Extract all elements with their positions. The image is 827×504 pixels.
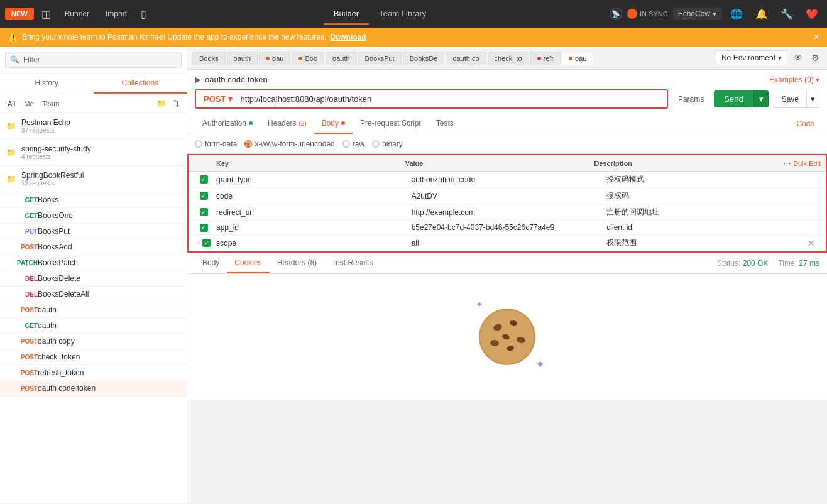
req-tab-boo[interactable]: Boo (292, 52, 324, 65)
list-item-booksone-get[interactable]: GET BooksOne (0, 208, 187, 224)
filter-all[interactable]: All (5, 99, 18, 109)
tab-authorization[interactable]: Authorization (195, 114, 260, 134)
list-item-booksdelete-del[interactable]: DEL BooksDelete (0, 271, 187, 287)
layout-icon-btn[interactable]: ◫ (38, 6, 55, 23)
req-tab-oauth[interactable]: oauth (227, 52, 258, 65)
env-dropdown[interactable]: No Environment ▾ (716, 50, 787, 65)
save-btn-group: Save ▾ (774, 90, 819, 108)
tab-headers[interactable]: Headers (2) (260, 114, 314, 134)
new-window-btn[interactable]: ▯ (137, 6, 150, 23)
collapse-icon[interactable]: ▶ (195, 75, 201, 84)
eye-icon-btn[interactable]: 👁 (791, 52, 805, 64)
bell-icon-btn[interactable]: 🔔 (752, 6, 772, 23)
filter-team[interactable]: Team (40, 99, 62, 109)
req-tab-oau-1[interactable]: oau (259, 52, 290, 65)
collection-name: SpringBookRestful (21, 171, 180, 180)
collection-spring-security[interactable]: 📁 spring-security-study 4 requests (0, 140, 187, 166)
examples-link[interactable]: Examples (0) ▾ (769, 75, 819, 84)
list-item-oauth-copy-post[interactable]: POST oauth copy (0, 334, 187, 349)
tab-body[interactable]: Body (314, 114, 353, 134)
list-item-booksdeleteall-del[interactable]: DEL BooksDeleteAll (0, 287, 187, 302)
collection-springbook[interactable]: 📁 SpringBookRestful 13 requests (0, 166, 187, 192)
list-item-refresh-token-post[interactable]: POST refresh_token (0, 365, 187, 381)
send-dropdown-button[interactable]: ▾ (753, 90, 769, 107)
req-tab-oauth-co[interactable]: oauth co (446, 52, 486, 65)
sort-btn[interactable]: ⇅ (171, 97, 182, 110)
new-folder-btn[interactable]: 📁 (155, 97, 168, 110)
filter-input[interactable] (5, 52, 182, 68)
heart-icon-btn[interactable]: ❤️ (802, 6, 822, 23)
tab-history[interactable]: History (0, 74, 94, 94)
new-button[interactable]: NEW (5, 8, 34, 20)
resp-tab-headers[interactable]: Headers (8) (270, 253, 324, 273)
cell-checkbox[interactable]: ✓ (194, 208, 214, 216)
url-bar-row: POST ▾ Params Send ▾ Save ▾ (195, 89, 819, 109)
list-item-oauth-code-token-post[interactable]: POST oauth code token (0, 381, 187, 397)
banner-close-button[interactable]: × (814, 31, 819, 43)
cookie-svg (476, 305, 539, 368)
req-tab-booksde[interactable]: BooksDe (403, 52, 445, 65)
resp-tab-cookies[interactable]: Cookies (227, 253, 269, 273)
more-icon[interactable]: ⋯ (783, 158, 791, 168)
cell-checkbox[interactable]: ✓ (194, 175, 214, 184)
wrench-icon-btn[interactable]: 🔧 (777, 6, 797, 23)
filter-me[interactable]: Me (21, 99, 36, 109)
method-badge: DEL (13, 275, 38, 282)
svg-point-8 (491, 321, 495, 325)
req-tab-oauth-2[interactable]: oauth (326, 52, 357, 65)
tab-team-library[interactable]: Team Library (369, 4, 436, 25)
resp-tab-test-results[interactable]: Test Results (324, 253, 380, 273)
save-dropdown-button[interactable]: ▾ (807, 90, 819, 108)
collection-postman-echo[interactable]: 📁 Postman Echo 37 requests (0, 113, 187, 140)
tab-label: Headers (268, 119, 296, 128)
tab-pre-request[interactable]: Pre-request Script (353, 114, 429, 134)
cell-checkbox[interactable]: ✓ (194, 192, 214, 200)
req-tab-booksput[interactable]: BooksPut (358, 52, 402, 65)
method-select[interactable]: POST ▾ (201, 93, 235, 105)
cell-checkbox-drag: ⠿ ✓ (194, 239, 214, 247)
main-layout: 🔍 History Collections All Me Team 📁 ⇅ 📁 (0, 47, 827, 503)
tab-tests[interactable]: Tests (429, 114, 461, 134)
tab-label: oau (272, 55, 283, 62)
tab-builder[interactable]: Builder (324, 4, 369, 25)
globe-icon-btn[interactable]: 🌐 (726, 6, 747, 23)
request-section: ▶ oauth code token Examples (0) ▾ POST ▾… (187, 70, 827, 114)
import-button[interactable]: Import (99, 7, 133, 21)
checkbox[interactable]: ✓ (202, 239, 211, 247)
send-button[interactable]: Send (714, 90, 753, 107)
tab-collections[interactable]: Collections (94, 74, 187, 94)
drag-handle-icon[interactable]: ⠿ (197, 239, 201, 246)
list-item-books-get[interactable]: GET Books (0, 192, 187, 208)
resp-tab-body[interactable]: Body (195, 253, 227, 273)
req-tab-oau-active[interactable]: oau (562, 52, 593, 65)
bulk-edit-btn[interactable]: Bulk Edit (794, 160, 821, 167)
cell-description: 授权码模式 (606, 174, 799, 185)
option-form-data[interactable]: form-data (195, 140, 237, 148)
code-link[interactable]: Code (791, 114, 819, 133)
req-tab-refr[interactable]: refr (530, 52, 561, 65)
user-menu[interactable]: EchoCow ▾ (673, 8, 721, 20)
option-raw[interactable]: raw (342, 140, 364, 148)
settings-icon-btn[interactable]: ⚙ (809, 52, 822, 64)
tab-label: refr (544, 55, 554, 62)
runner-button[interactable]: Runner (58, 7, 96, 21)
tab-label: Books (199, 55, 219, 62)
body-table-container: Key Value Description ⋯ Bulk Edit ✓ gran… (187, 154, 827, 253)
cell-checkbox[interactable]: ✓ (194, 224, 214, 232)
option-binary[interactable]: binary (372, 140, 403, 148)
url-input[interactable] (240, 94, 662, 104)
delete-icon[interactable]: ✕ (802, 238, 821, 248)
req-tab-check-to[interactable]: check_to (488, 52, 529, 65)
download-link[interactable]: Download (330, 33, 366, 41)
list-item-oauth-post[interactable]: POST oauth (0, 302, 187, 318)
list-item-booksput-put[interactable]: PUT BooksPut (0, 224, 187, 239)
list-item-check-token-post[interactable]: POST check_token (0, 349, 187, 365)
option-urlencoded[interactable]: x-www-form-urlencoded (244, 140, 334, 148)
list-item-oauth-get[interactable]: GET oauth (0, 318, 187, 334)
req-tab-books[interactable]: Books (192, 52, 226, 65)
params-button[interactable]: Params (673, 92, 709, 106)
list-item-bookspatch-patch[interactable]: PATCH BooksPatch (0, 255, 187, 271)
save-button[interactable]: Save (774, 90, 807, 108)
tab-label: BooksDe (410, 55, 438, 62)
list-item-booksadd-post[interactable]: POST BooksAdd (0, 239, 187, 255)
